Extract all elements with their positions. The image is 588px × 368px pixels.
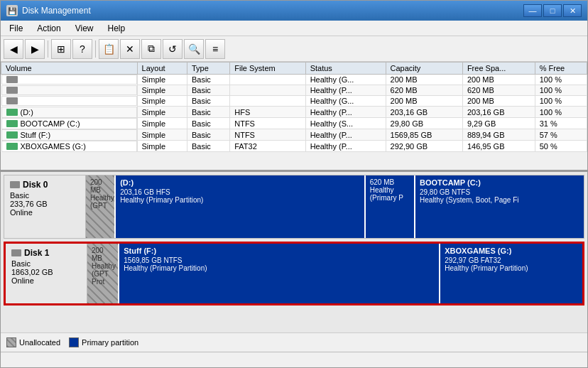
table-cell-3 (230, 96, 305, 107)
table-cell-4: Healthy (G... (305, 96, 386, 107)
minimize-button[interactable]: — (523, 4, 542, 17)
legend-unallocated: Unallocated (6, 337, 60, 347)
partition-size-1-0: 200 MB (92, 247, 114, 262)
close-button[interactable]: ✕ (563, 4, 582, 17)
toolbar-search[interactable]: 🔍 (184, 39, 204, 59)
partition-1-1[interactable]: Stuff (F:)1569,85 GB NTFSHealthy (Primar… (119, 244, 440, 303)
col-type[interactable]: Type (187, 63, 229, 75)
partition-sub-0-2: Healthy (Primary P (370, 186, 410, 202)
partition-0-3[interactable]: BOOTCAMP (C:)29,80 GB NTFSHealthy (Syste… (415, 175, 584, 238)
toolbar-help[interactable]: ? (72, 39, 92, 59)
disk-icon (11, 249, 21, 256)
legend-primary-icon (69, 337, 79, 347)
toolbar-refresh[interactable]: ↺ (163, 39, 183, 59)
table-cell-1: Simple (137, 107, 187, 118)
disk-type-1: Basic (11, 259, 81, 268)
col-filesystem[interactable]: File System (230, 63, 305, 75)
toolbar-copy[interactable]: ⧉ (141, 39, 161, 59)
table-cell-6: 889,94 GB (462, 129, 535, 141)
toolbar-add[interactable]: 📋 (99, 39, 119, 59)
legend-unallocated-label: Unallocated (19, 338, 60, 347)
table-cell-5: 29,80 GB (386, 118, 462, 129)
partition-0-2[interactable]: 620 MBHealthy (Primary P (366, 175, 415, 238)
table-cell-6: 200 MB (462, 75, 535, 85)
table-cell-6: 203,16 GB (462, 107, 535, 118)
table-cell-7: 100 % (535, 96, 587, 107)
menu-view[interactable]: View (70, 22, 99, 34)
partition-1-0[interactable]: 200 MBHealthy (GPT Prot (87, 244, 119, 303)
table-header-row: Volume Layout Type File System Status Ca… (1, 63, 587, 75)
table-cell-3: NTFS (230, 129, 305, 141)
title-bar: 💾 Disk Management — □ ✕ (1, 1, 587, 21)
disk-row-1[interactable]: Disk 1Basic1863,02 GBOnline200 MBHealthy… (4, 242, 584, 305)
toolbar-back[interactable]: ◀ (4, 39, 23, 59)
col-pctfree[interactable]: % Free (535, 63, 587, 75)
table-cell-6: 620 MB (462, 85, 535, 96)
table-cell-5: 1569,85 GB (386, 129, 462, 141)
table-cell-6: 146,95 GB (462, 141, 535, 152)
toolbar-forward[interactable]: ▶ (25, 39, 45, 59)
disk-icon (6, 143, 18, 150)
table-cell-2: Basic (187, 85, 229, 96)
disk-icon (6, 87, 18, 94)
table-row[interactable]: XBOXGAMES (G:)SimpleBasicFAT32Healthy (P… (1, 141, 587, 152)
partition-detail-0-1: Healthy (Primary Partition) (120, 196, 360, 204)
col-capacity[interactable]: Capacity (386, 63, 462, 75)
disk-partitions-1: 200 MBHealthy (GPT ProtStuff (F:)1569,85… (87, 244, 582, 303)
disk-partitions-0: 200 MBHealthy (GPT(D:)203,16 GB HFSHealt… (86, 175, 584, 238)
table-cell-6: 200 MB (462, 96, 535, 107)
disk-label-1: Disk 1Basic1863,02 GBOnline (6, 244, 87, 303)
window-title: Disk Management (22, 6, 91, 16)
disk-type-0: Basic (10, 191, 80, 200)
legend-primary-label: Primary partition (82, 338, 138, 347)
disk-icon (6, 97, 18, 104)
col-freespace[interactable]: Free Spa... (462, 63, 535, 75)
table-row[interactable]: SimpleBasicHealthy (G...200 MB200 MB100 … (1, 96, 587, 107)
table-cell-4: Healthy (P... (305, 107, 386, 118)
table-row[interactable]: Stuff (F:)SimpleBasicNTFSHealthy (P...15… (1, 129, 587, 141)
partition-sub-0-0: Healthy (GPT (90, 194, 110, 210)
menu-action[interactable]: Action (31, 22, 66, 34)
disk-row-0[interactable]: Disk 0Basic233,76 GBOnline200 MBHealthy … (4, 175, 584, 239)
col-volume[interactable]: Volume (1, 63, 138, 75)
partition-sub-1-0: Healthy (GPT Prot (92, 262, 114, 286)
table-cell-2: Basic (187, 118, 229, 129)
partition-1-2[interactable]: XBOXGAMES (G:)292,97 GB FAT32Healthy (Pr… (440, 244, 582, 303)
toolbar-up[interactable]: ⊞ (51, 39, 71, 59)
table-cell-4: Healthy (S... (305, 118, 386, 129)
table-row[interactable]: (D:)SimpleBasicHFSHealthy (P...203,16 GB… (1, 107, 587, 118)
legend-unallocated-icon (6, 337, 16, 347)
volume-table: Volume Layout Type File System Status Ca… (1, 62, 587, 152)
partition-name-1-1: Stuff (F:) (124, 247, 435, 255)
menu-help[interactable]: Help (102, 22, 131, 34)
table-cell-2: Basic (187, 129, 229, 141)
partition-0-1[interactable]: (D:)203,16 GB HFSHealthy (Primary Partit… (116, 175, 366, 238)
partition-0-0[interactable]: 200 MBHealthy (GPT (86, 175, 116, 238)
toolbar-properties[interactable]: ≡ (205, 39, 225, 59)
toolbar-delete[interactable]: ✕ (120, 39, 140, 59)
menu-file[interactable]: File (4, 22, 28, 34)
partition-sub-1-1: 1569,85 GB NTFS (124, 256, 435, 264)
disk-status-1: Online (11, 276, 81, 285)
main-window: 💾 Disk Management — □ ✕ File Action View… (0, 0, 588, 368)
disk-size-0: 233,76 GB (10, 200, 80, 208)
table-cell-2: Basic (187, 141, 229, 152)
disk-icon (6, 120, 18, 127)
volume-name: BOOTCAMP (C:) (21, 119, 80, 128)
table-row[interactable]: SimpleBasicHealthy (G...200 MB200 MB100 … (1, 75, 587, 85)
table-cell-5: 200 MB (386, 96, 462, 107)
partition-detail-0-3: Healthy (System, Boot, Page Fi (420, 196, 579, 204)
col-status[interactable]: Status (305, 63, 386, 75)
table-cell-4: Healthy (P... (305, 85, 386, 96)
maximize-button[interactable]: □ (543, 4, 562, 17)
col-layout[interactable]: Layout (137, 63, 187, 75)
partition-size-0-0: 200 MB (90, 178, 110, 194)
table-row[interactable]: BOOTCAMP (C:)SimpleBasicNTFSHealthy (S..… (1, 118, 587, 129)
partition-sub-1-2: 292,97 GB FAT32 (445, 256, 578, 264)
partition-name-0-3: BOOTCAMP (C:) (420, 178, 579, 187)
table-cell-3: HFS (230, 107, 305, 118)
table-cell-5: 200 MB (386, 75, 462, 85)
volume-name: (D:) (21, 108, 33, 117)
disk-visual-section: Disk 0Basic233,76 GBOnline200 MBHealthy … (1, 172, 587, 332)
table-row[interactable]: SimpleBasicHealthy (P...620 MB620 MB100 … (1, 85, 587, 96)
